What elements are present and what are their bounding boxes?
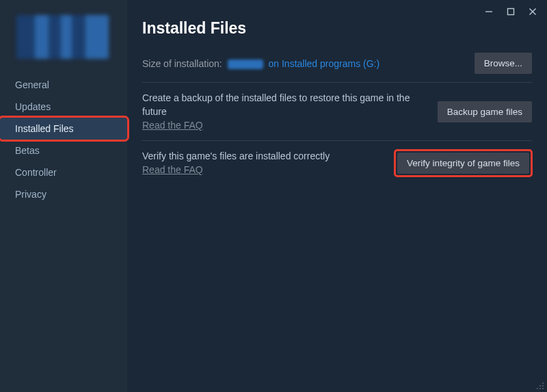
page-title: Installed Files <box>142 19 532 38</box>
backup-button[interactable]: Backup game files <box>438 101 532 122</box>
svg-point-8 <box>539 385 541 387</box>
install-size-text: Size of installation: on Installed progr… <box>142 57 461 70</box>
sidebar-nav: General Updates Installed Files Betas Co… <box>0 74 127 205</box>
browse-button[interactable]: Browse... <box>475 53 532 74</box>
window-controls <box>484 0 547 21</box>
sidebar-item-updates[interactable]: Updates <box>0 96 127 118</box>
sidebar-item-privacy[interactable]: Privacy <box>0 183 127 205</box>
verify-faq-link[interactable]: Read the FAQ <box>142 164 203 175</box>
backup-text-block: Create a backup of the installed files t… <box>142 91 424 132</box>
minimize-button[interactable] <box>484 7 494 16</box>
backup-faq-link[interactable]: Read the FAQ <box>142 120 203 131</box>
svg-point-7 <box>542 382 544 384</box>
verify-highlight: Verify integrity of game files <box>395 150 532 177</box>
properties-window: General Updates Installed Files Betas Co… <box>0 0 547 392</box>
install-size-row: Size of installation: on Installed progr… <box>142 53 532 82</box>
backup-description: Create a backup of the installed files t… <box>142 91 424 118</box>
maximize-button[interactable] <box>506 7 516 16</box>
install-location-link[interactable]: on Installed programs (G:) <box>269 58 380 69</box>
main-panel: Installed Files Size of installation: on… <box>127 0 547 392</box>
svg-rect-1 <box>508 9 514 15</box>
sidebar-item-installed-files[interactable]: Installed Files <box>0 118 127 140</box>
install-size-prefix: Size of installation: <box>142 58 222 69</box>
sidebar-item-controller[interactable]: Controller <box>0 161 127 183</box>
svg-point-4 <box>542 388 544 389</box>
verify-row: Verify this game's files are installed c… <box>142 140 532 185</box>
sidebar-item-general[interactable]: General <box>0 74 127 96</box>
verify-text-block: Verify this game's files are installed c… <box>142 149 381 177</box>
svg-point-9 <box>537 388 538 389</box>
game-logo <box>16 15 109 59</box>
install-size-value-redacted <box>228 60 263 69</box>
backup-row: Create a backup of the installed files t… <box>142 82 532 140</box>
svg-point-6 <box>539 388 541 389</box>
sidebar-item-betas[interactable]: Betas <box>0 140 127 161</box>
close-button[interactable] <box>528 7 537 16</box>
sidebar: General Updates Installed Files Betas Co… <box>0 0 127 392</box>
verify-integrity-button[interactable]: Verify integrity of game files <box>397 153 529 174</box>
verify-description: Verify this game's files are installed c… <box>142 149 381 163</box>
svg-point-5 <box>542 385 544 387</box>
resize-grip-icon[interactable] <box>536 382 544 390</box>
